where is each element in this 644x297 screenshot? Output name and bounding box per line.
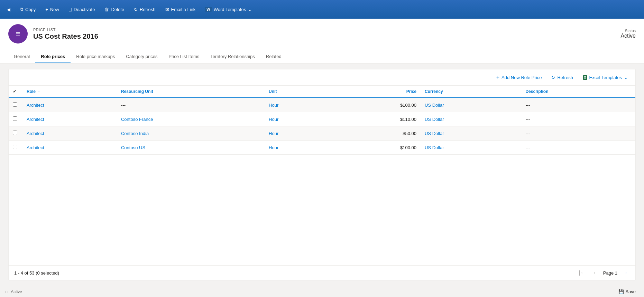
price-cell: $110.00 xyxy=(331,112,421,126)
word-icon: W xyxy=(205,7,211,12)
description-cell: --- xyxy=(521,126,635,141)
delete-icon: 🗑 xyxy=(104,7,109,12)
status-bar-right: 💾 Save xyxy=(616,288,638,296)
unit-cell[interactable]: Hour xyxy=(265,141,331,155)
grid-toolbar: + Add New Role Price ↻ Refresh X Excel T… xyxy=(9,69,635,86)
record-status: Status Active xyxy=(620,29,636,39)
pagination-nav: |← ← Page 1 → xyxy=(577,269,630,277)
role-cell[interactable]: Architect xyxy=(22,126,117,141)
copy-button[interactable]: ⧉ Copy xyxy=(16,4,40,14)
add-new-role-price-button[interactable]: + Add New Role Price xyxy=(494,73,544,82)
new-icon: + xyxy=(45,7,48,12)
tab-related[interactable]: Related xyxy=(260,50,287,63)
status-label: Status xyxy=(620,29,636,33)
price-cell: $100.00 xyxy=(331,141,421,155)
pagination-bar: 1 - 4 of 53 (0 selected) |← ← Page 1 → xyxy=(9,265,635,280)
excel-chevron-icon: ⌄ xyxy=(624,75,628,80)
next-page-button[interactable]: → xyxy=(620,269,630,277)
resourcing-unit-column-header[interactable]: Resourcing Unit xyxy=(117,86,265,98)
price-cell: $100.00 xyxy=(331,98,421,112)
word-templates-button[interactable]: W Word Templates ⌄ xyxy=(201,5,256,14)
table-row: Architect Contoso France Hour $110.00 US… xyxy=(9,112,635,126)
row-checkbox[interactable] xyxy=(13,102,17,107)
pagination-summary: 1 - 4 of 53 (0 selected) xyxy=(14,270,59,276)
word-templates-chevron-icon: ⌄ xyxy=(248,7,252,12)
row-checkbox-cell[interactable] xyxy=(9,98,22,112)
unit-cell[interactable]: Hour xyxy=(265,98,331,112)
sort-icon: ↑ xyxy=(38,90,40,94)
unit-cell[interactable]: Hour xyxy=(265,112,331,126)
role-prices-grid: + Add New Role Price ↻ Refresh X Excel T… xyxy=(8,69,636,280)
row-checkbox[interactable] xyxy=(13,145,17,149)
tab-role-prices[interactable]: Role prices xyxy=(35,50,71,63)
first-page-button[interactable]: |← xyxy=(577,269,588,277)
save-label: Save xyxy=(625,289,636,294)
role-cell[interactable]: Architect xyxy=(22,112,117,126)
description-cell: --- xyxy=(521,112,635,126)
main-toolbar: ◀ ⧉ Copy + New ⎕ Deactivate 🗑 Delete ↻ R… xyxy=(0,0,644,19)
email-link-button[interactable]: ✉ Email a Link xyxy=(161,5,200,14)
currency-cell[interactable]: US Dollar xyxy=(421,112,521,126)
copy-icon: ⧉ xyxy=(20,7,23,12)
status-bar-status: Active xyxy=(11,289,22,294)
save-icon: 💾 xyxy=(618,289,624,294)
tab-price-list-items[interactable]: Price List Items xyxy=(163,50,205,63)
record-avatar: ≡ xyxy=(8,24,28,44)
tab-general[interactable]: General xyxy=(8,50,35,63)
word-templates-label: Word Templates xyxy=(214,7,246,12)
table-row: Architect --- Hour $100.00 US Dollar --- xyxy=(9,98,635,112)
deactivate-label: Deactivate xyxy=(74,7,95,12)
status-value: Active xyxy=(620,33,636,39)
description-cell: --- xyxy=(521,98,635,112)
excel-templates-button[interactable]: X Excel Templates ⌄ xyxy=(581,74,630,82)
refresh-icon: ↻ xyxy=(134,7,138,12)
resourcing-unit-cell[interactable]: Contoso India xyxy=(117,126,265,141)
record-header-area: ≡ PRICE LIST US Cost Rates 2016 Status A… xyxy=(0,19,644,64)
currency-cell[interactable]: US Dollar xyxy=(421,98,521,112)
prev-page-button[interactable]: ← xyxy=(591,269,600,277)
row-checkbox[interactable] xyxy=(13,131,17,135)
delete-button[interactable]: 🗑 Delete xyxy=(100,5,128,14)
resourcing-unit-cell[interactable]: Contoso US xyxy=(117,141,265,155)
price-column-header[interactable]: Price xyxy=(331,86,421,98)
excel-templates-label: Excel Templates xyxy=(589,75,622,80)
description-cell: --- xyxy=(521,141,635,155)
role-column-header[interactable]: Role ↑ xyxy=(22,86,117,98)
row-checkbox-cell[interactable] xyxy=(9,141,22,155)
resourcing-unit-cell[interactable]: Contoso France xyxy=(117,112,265,126)
nav-back-icon: ◀ xyxy=(7,7,10,12)
row-checkbox-cell[interactable] xyxy=(9,126,22,141)
nav-back-button[interactable]: ◀ xyxy=(3,5,15,14)
role-cell[interactable]: Architect xyxy=(22,141,117,155)
price-cell: $50.00 xyxy=(331,126,421,141)
avatar-icon: ≡ xyxy=(16,29,20,38)
email-icon: ✉ xyxy=(165,7,169,12)
save-button[interactable]: 💾 Save xyxy=(616,288,638,296)
currency-column-header[interactable]: Currency xyxy=(421,86,521,98)
select-all-header[interactable]: ✓ xyxy=(9,86,22,98)
delete-label: Delete xyxy=(111,7,124,12)
tab-category-prices[interactable]: Category prices xyxy=(120,50,163,63)
deactivate-button[interactable]: ⎕ Deactivate xyxy=(65,5,99,14)
deactivate-icon: ⎕ xyxy=(69,7,72,12)
status-bar-icon: □ xyxy=(6,289,8,294)
tab-role-price-markups[interactable]: Role price markups xyxy=(71,50,120,63)
row-checkbox[interactable] xyxy=(13,116,17,121)
new-button[interactable]: + New xyxy=(41,5,63,14)
record-info: PRICE LIST US Cost Rates 2016 xyxy=(33,28,615,40)
grid-refresh-button[interactable]: ↻ Refresh xyxy=(549,74,575,82)
status-bar: □ Active 💾 Save xyxy=(0,286,644,297)
currency-cell[interactable]: US Dollar xyxy=(421,126,521,141)
row-checkbox-cell[interactable] xyxy=(9,112,22,126)
role-cell[interactable]: Architect xyxy=(22,98,117,112)
tab-territory-relationships[interactable]: Territory Relationships xyxy=(205,50,260,63)
description-column-header[interactable]: Description xyxy=(521,86,635,98)
new-label: New xyxy=(50,7,59,12)
currency-cell[interactable]: US Dollar xyxy=(421,141,521,155)
unit-column-header[interactable]: Unit xyxy=(265,86,331,98)
grid-refresh-label: Refresh xyxy=(557,75,573,80)
add-icon: + xyxy=(496,74,499,80)
unit-cell[interactable]: Hour xyxy=(265,126,331,141)
refresh-button[interactable]: ↻ Refresh xyxy=(130,5,160,14)
email-label: Email a Link xyxy=(171,7,196,12)
